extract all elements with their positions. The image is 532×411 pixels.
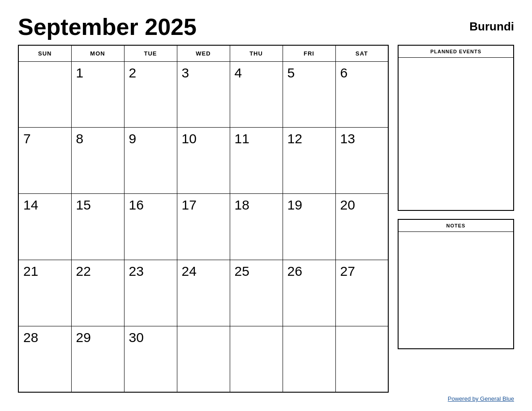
planned-events-body bbox=[399, 58, 513, 210]
col-sun: SUN bbox=[18, 45, 71, 61]
notes-header: NOTES bbox=[399, 220, 513, 232]
col-fri: FRI bbox=[283, 45, 335, 61]
calendar-day: 5 bbox=[283, 61, 335, 128]
calendar-header-row: SUN MON TUE WED THU FRI SAT bbox=[18, 45, 388, 61]
calendar-day bbox=[283, 326, 335, 392]
sidebar: PLANNED EVENTS NOTES bbox=[398, 45, 514, 393]
calendar-day: 17 bbox=[177, 194, 230, 260]
calendar-week-2: 78910111213 bbox=[18, 128, 388, 194]
calendar-day: 9 bbox=[124, 128, 177, 194]
country-label: Burundi bbox=[469, 13, 514, 34]
calendar-day: 8 bbox=[71, 128, 124, 194]
col-thu: THU bbox=[230, 45, 283, 61]
calendar-day: 14 bbox=[18, 194, 71, 260]
calendar-section: SUN MON TUE WED THU FRI SAT 123456789101… bbox=[18, 45, 389, 393]
calendar-day: 22 bbox=[71, 260, 124, 326]
calendar-week-4: 21222324252627 bbox=[18, 260, 388, 326]
calendar-day: 3 bbox=[177, 61, 230, 128]
page-title: September 2025 bbox=[18, 13, 197, 40]
calendar-week-1: 123456 bbox=[18, 61, 388, 128]
calendar-day: 10 bbox=[177, 128, 230, 194]
calendar-table: SUN MON TUE WED THU FRI SAT 123456789101… bbox=[18, 45, 389, 393]
footer: Powered by General Blue bbox=[18, 393, 514, 402]
header: September 2025 Burundi bbox=[18, 13, 514, 40]
calendar-day: 16 bbox=[124, 194, 177, 260]
calendar-day: 23 bbox=[124, 260, 177, 326]
calendar-day: 1 bbox=[71, 61, 124, 128]
calendar-day: 19 bbox=[283, 194, 335, 260]
calendar-day: 30 bbox=[124, 326, 177, 392]
calendar-day: 6 bbox=[335, 61, 388, 128]
calendar-day bbox=[335, 326, 388, 392]
col-tue: TUE bbox=[124, 45, 177, 61]
calendar-day bbox=[18, 61, 71, 128]
calendar-day: 21 bbox=[18, 260, 71, 326]
notes-box: NOTES bbox=[398, 219, 514, 349]
planned-events-box: PLANNED EVENTS bbox=[398, 45, 514, 211]
planned-events-header: PLANNED EVENTS bbox=[399, 46, 513, 58]
col-sat: SAT bbox=[335, 45, 388, 61]
calendar-day: 15 bbox=[71, 194, 124, 260]
calendar-day: 11 bbox=[230, 128, 283, 194]
notes-body bbox=[399, 232, 513, 348]
calendar-day: 20 bbox=[335, 194, 388, 260]
calendar-day: 4 bbox=[230, 61, 283, 128]
col-mon: MON bbox=[71, 45, 124, 61]
main-content: SUN MON TUE WED THU FRI SAT 123456789101… bbox=[18, 45, 514, 393]
calendar-week-3: 14151617181920 bbox=[18, 194, 388, 260]
calendar-day bbox=[177, 326, 230, 392]
calendar-day: 27 bbox=[335, 260, 388, 326]
calendar-day: 26 bbox=[283, 260, 335, 326]
calendar-day: 7 bbox=[18, 128, 71, 194]
page: September 2025 Burundi SUN MON TUE WED T… bbox=[0, 0, 532, 411]
calendar-day: 18 bbox=[230, 194, 283, 260]
calendar-day: 28 bbox=[18, 326, 71, 392]
powered-by-link[interactable]: Powered by General Blue bbox=[448, 395, 514, 402]
calendar-day: 2 bbox=[124, 61, 177, 128]
col-wed: WED bbox=[177, 45, 230, 61]
calendar-day: 13 bbox=[335, 128, 388, 194]
calendar-day: 29 bbox=[71, 326, 124, 392]
calendar-day: 24 bbox=[177, 260, 230, 326]
calendar-day bbox=[230, 326, 283, 392]
calendar-week-5: 282930 bbox=[18, 326, 388, 392]
calendar-day: 12 bbox=[283, 128, 335, 194]
calendar-day: 25 bbox=[230, 260, 283, 326]
